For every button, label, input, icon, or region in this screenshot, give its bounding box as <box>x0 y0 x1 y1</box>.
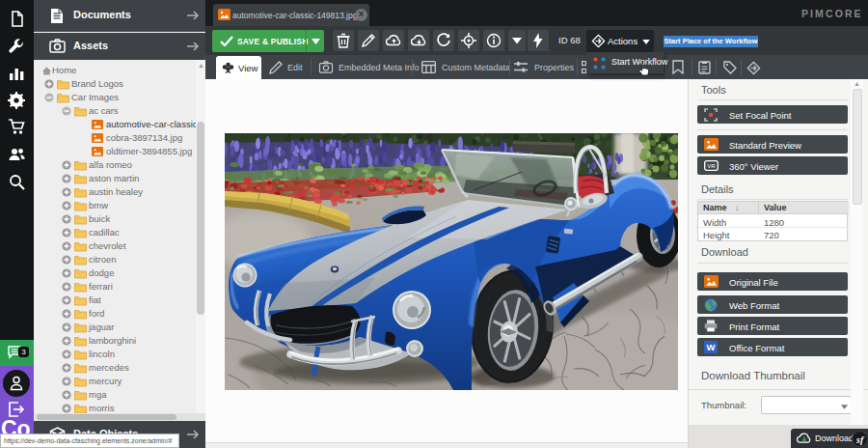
svg-text:W: W <box>707 342 716 352</box>
svg-text:VR: VR <box>707 163 716 169</box>
